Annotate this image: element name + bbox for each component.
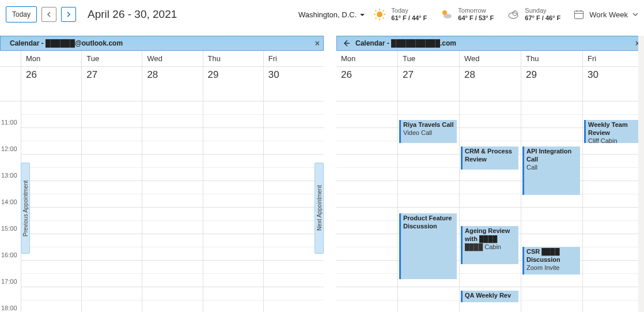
event-title: QA Weekly Rev [465,292,516,300]
calendar-icon [573,9,585,20]
day-header: Fri [582,51,644,66]
calendar-event[interactable]: API Integration CallCall [522,146,580,195]
time-grid-right[interactable]: Riya Travels CallVideo CallProduct Featu… [336,102,644,312]
day-column[interactable]: Riya Travels CallVideo CallProduct Featu… [397,102,459,312]
svg-point-0 [377,12,382,17]
chevron-right-icon [66,12,71,17]
vertical-scrollbar[interactable] [638,36,644,312]
calendar-event[interactable]: Riya Travels CallVideo Call [399,120,457,143]
time-grid-left[interactable]: 11:0012:0013:0014:0015:0016:0017:0018:00 [0,102,324,312]
today-button[interactable]: Today [6,6,37,22]
svg-line-8 [383,10,384,12]
partly-cloudy-icon [440,7,453,21]
calendar-event[interactable]: CSR ████ DiscussionZoom Invite [522,247,580,275]
day-header: Thu [521,51,582,66]
svg-line-6 [383,18,384,19]
day-header: Tue [397,51,459,66]
event-location: ████ Cabin [465,243,516,251]
weather-today[interactable]: Today 61° F / 44° F [373,7,427,22]
sun-icon [373,7,387,21]
event-title: API Integration Call [526,148,578,164]
cloud-icon [506,7,520,21]
calendar-tab-right[interactable]: Calendar - ██████████.com × [336,36,644,51]
calendar-event[interactable]: Product Feature Discussion [399,213,457,279]
date-number[interactable]: 30 [263,67,324,101]
view-mode-dropdown[interactable]: Work Week [573,9,638,20]
day-header: Mon [21,51,81,66]
day-header-row: Mon Tue Wed Thu Fri [336,51,644,67]
event-location: Call [526,164,578,172]
date-number[interactable]: 28 [142,67,202,101]
day-header-row: Mon Tue Wed Thu Fri [0,51,324,67]
event-title: Product Feature Discussion [403,215,454,231]
hour-label: 11:00 [1,119,17,126]
event-title: Riya Travels Call [403,121,454,129]
prev-week-button[interactable] [41,7,56,22]
calendar-event[interactable]: Weekly Team ReviewCliff Cabin [584,120,642,143]
hour-label: 17:00 [1,278,17,285]
calendar-event[interactable]: Ageing Review with ████████ Cabin [461,226,518,264]
next-week-button[interactable] [61,7,76,22]
event-location: Video Call [403,129,454,137]
day-header: Wed [459,51,521,66]
calendar-event[interactable]: CRM & Process Review [461,146,518,170]
svg-line-5 [376,10,377,12]
hour-label: 18:00 [1,305,17,311]
day-column[interactable] [336,102,397,312]
day-header: Mon [336,51,397,66]
date-number[interactable]: 27 [397,67,459,101]
hour-label: 12:00 [1,145,17,152]
day-column[interactable] [203,102,263,312]
hour-label: 15:00 [1,225,17,232]
date-number[interactable]: 26 [336,67,397,101]
date-range-label: April 26 - 30, 2021 [88,8,177,21]
day-column[interactable] [81,102,142,312]
calendar-panes: Calendar - ██████@outlook.com × Mon Tue … [0,36,644,312]
svg-point-10 [444,14,452,18]
svg-point-11 [509,13,518,18]
calendar-event[interactable]: QA Weekly Rev [461,291,518,302]
calendar-tab-left[interactable]: Calendar - ██████@outlook.com × [0,36,324,51]
calendar-title: Calendar - ██████@outlook.com [10,39,123,47]
view-mode-label: Work Week [589,10,628,19]
date-number-row: 26 27 28 29 30 [336,67,644,102]
date-number[interactable]: 29 [521,67,582,101]
event-title: Ageing Review with ████ [465,227,516,243]
svg-line-7 [376,18,377,19]
hour-label: 16:00 [1,251,17,258]
date-number[interactable]: 30 [582,67,644,101]
weather-tomorrow[interactable]: Tomorrow 64° F / 53° F [440,7,494,22]
previous-appointment-tab[interactable]: Previous Appointment [21,163,30,254]
date-number[interactable]: 26 [21,67,81,101]
day-header: Wed [142,51,202,66]
date-number[interactable]: 29 [203,67,263,101]
day-column[interactable]: API Integration CallCallCSR ████ Discuss… [521,102,582,312]
event-location: Zoom Invite [526,264,578,272]
day-column[interactable]: CRM & Process ReviewAgeing Review with █… [459,102,521,312]
day-header: Fri [263,51,324,66]
location-dropdown[interactable]: Washington, D.C. [298,10,365,19]
weather-temp-label: 61° F / 44° F [391,14,427,22]
calendar-pane-left: Calendar - ██████@outlook.com × Mon Tue … [0,36,324,312]
close-icon[interactable]: × [315,39,320,48]
day-column[interactable]: Weekly Team ReviewCliff Cabin [582,102,644,312]
event-title: CSR ████ Discussion [526,248,578,264]
event-location: Cliff Cabin [588,137,639,144]
chevron-down-icon [632,12,638,17]
hour-label: 13:00 [1,172,17,179]
back-arrow-icon[interactable] [342,39,351,48]
weather-sunday[interactable]: Sunday 67° F / 46° F [506,7,560,22]
date-number[interactable]: 27 [81,67,142,101]
hour-label: 14:00 [1,198,17,205]
date-number[interactable]: 28 [459,67,521,101]
weather-day-label: Today [391,7,427,14]
event-title: CRM & Process Review [465,148,516,164]
event-title: Weekly Team Review [588,121,639,137]
calendar-pane-right: Calendar - ██████████.com × Mon Tue Wed … [336,36,644,312]
day-header: Tue [81,51,142,66]
chevron-left-icon [46,12,52,17]
calendar-title: Calendar - ██████████.com [355,39,456,47]
next-appointment-tab[interactable]: Next Appointment [315,163,324,254]
header-toolbar: Today April 26 - 30, 2021 Washington, D.… [0,0,644,29]
day-column[interactable] [142,102,202,312]
